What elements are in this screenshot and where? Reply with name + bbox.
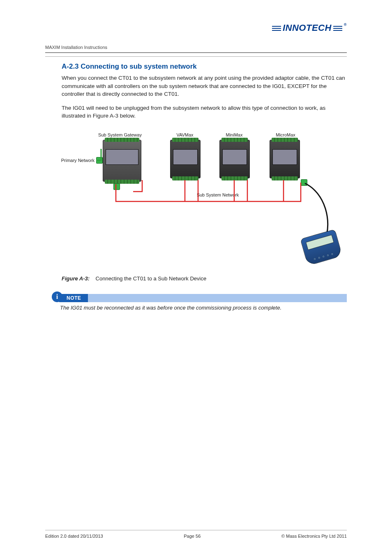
device-ct01-handheld: ○ ○ ○ ○ ○ (300, 229, 342, 266)
label-primary-network: Primary Network (58, 158, 95, 163)
paragraph: When you connect the CT01 to the subsyst… (62, 74, 347, 98)
info-icon: i (52, 291, 62, 302)
paragraph: The IG01 will need to be unplugged from … (62, 104, 347, 120)
divider (45, 56, 347, 57)
connector-plug (301, 179, 307, 186)
device-gateway (103, 140, 141, 182)
figure-caption-label: Figure A-3: (62, 275, 90, 282)
section-heading: A-2.3 Connecting to sub system network (62, 62, 347, 71)
footer-page-number: Page 56 (184, 534, 201, 539)
brand-text: INNOTECH (283, 23, 332, 33)
label-vavmax: VAVMax (173, 132, 197, 137)
figure-caption: Figure A-3: Connecting the CT01 to a Sub… (62, 275, 347, 282)
note-box: i NOTE The IG01 must be reconnected as i… (52, 294, 347, 311)
label-gateway: Sub System Gateway (95, 132, 145, 137)
device-vavmax (170, 140, 201, 178)
page-footer: Edition 2.0 dated 20/11/2013 Page 56 © M… (45, 530, 347, 539)
figure-caption-text: Connecting the CT01 to a Sub Network Dev… (96, 275, 207, 282)
footer-edition: Edition 2.0 dated 20/11/2013 (45, 534, 103, 539)
connector-plug (113, 183, 120, 190)
connector-plug (96, 157, 103, 164)
note-text: The IG01 must be reconnected as it was b… (60, 305, 347, 311)
device-minimax (219, 140, 250, 178)
footer-copyright: © Mass Electronics Pty Ltd 2011 (281, 534, 347, 539)
label-minimax: MiniMax (222, 132, 247, 137)
figure-a-3: Sub System Gateway VAVMax MiniMax MicroM… (62, 131, 341, 271)
label-micromax: MicroMax (271, 132, 300, 137)
document-title: MAXIM Installation Instructions (45, 45, 347, 50)
note-badge: NOTE (67, 295, 81, 301)
label-subsystem-network: Sub System Network (189, 192, 247, 197)
device-micromax (270, 140, 300, 178)
brand-logo: INNOTECH® (45, 23, 347, 33)
